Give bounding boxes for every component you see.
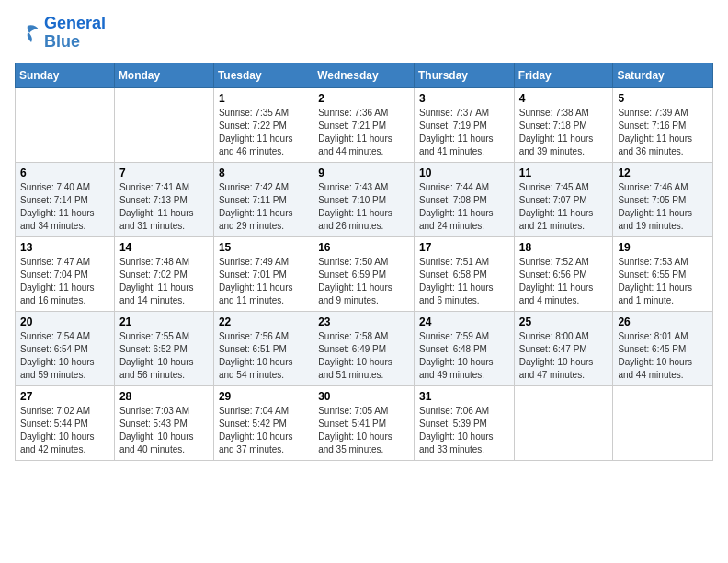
day-cell: 20Sunrise: 7:54 AM Sunset: 6:54 PM Dayli… bbox=[16, 311, 115, 385]
day-info: Sunrise: 7:51 AM Sunset: 6:58 PM Dayligh… bbox=[419, 256, 509, 307]
day-number: 8 bbox=[219, 167, 308, 179]
calendar-table: SundayMondayTuesdayWednesdayThursdayFrid… bbox=[15, 63, 713, 461]
day-info: Sunrise: 7:48 AM Sunset: 7:02 PM Dayligh… bbox=[119, 256, 209, 307]
day-cell: 19Sunrise: 7:53 AM Sunset: 6:55 PM Dayli… bbox=[613, 236, 713, 311]
week-row-5: 27Sunrise: 7:02 AM Sunset: 5:44 PM Dayli… bbox=[16, 385, 713, 460]
header-cell-sunday: Sunday bbox=[16, 63, 115, 87]
day-info: Sunrise: 7:45 AM Sunset: 7:07 PM Dayligh… bbox=[519, 181, 609, 233]
day-info: Sunrise: 7:04 AM Sunset: 5:42 PM Dayligh… bbox=[219, 405, 308, 456]
day-cell bbox=[114, 87, 213, 162]
day-info: Sunrise: 7:06 AM Sunset: 5:39 PM Dayligh… bbox=[419, 405, 509, 456]
day-info: Sunrise: 7:56 AM Sunset: 6:51 PM Dayligh… bbox=[219, 330, 308, 382]
day-number: 18 bbox=[519, 241, 609, 254]
header-cell-thursday: Thursday bbox=[414, 63, 514, 87]
header-cell-monday: Monday bbox=[114, 63, 213, 87]
day-cell: 4Sunrise: 7:38 AM Sunset: 7:18 PM Daylig… bbox=[514, 87, 613, 162]
day-cell: 2Sunrise: 7:36 AM Sunset: 7:21 PM Daylig… bbox=[313, 87, 415, 162]
day-info: Sunrise: 7:03 AM Sunset: 5:43 PM Dayligh… bbox=[119, 405, 209, 456]
day-cell: 30Sunrise: 7:05 AM Sunset: 5:41 PM Dayli… bbox=[313, 385, 415, 460]
day-number: 28 bbox=[119, 390, 209, 403]
day-info: Sunrise: 7:49 AM Sunset: 7:01 PM Dayligh… bbox=[219, 256, 308, 307]
day-info: Sunrise: 7:02 AM Sunset: 5:44 PM Dayligh… bbox=[20, 405, 109, 456]
day-info: Sunrise: 7:35 AM Sunset: 7:22 PM Dayligh… bbox=[219, 107, 308, 158]
day-cell: 11Sunrise: 7:45 AM Sunset: 7:07 PM Dayli… bbox=[514, 162, 613, 236]
day-cell: 8Sunrise: 7:42 AM Sunset: 7:11 PM Daylig… bbox=[213, 162, 313, 236]
day-cell: 29Sunrise: 7:04 AM Sunset: 5:42 PM Dayli… bbox=[213, 385, 313, 460]
day-cell bbox=[16, 87, 115, 162]
day-number: 4 bbox=[519, 92, 609, 105]
day-number: 22 bbox=[219, 316, 308, 328]
day-number: 5 bbox=[618, 92, 708, 105]
day-number: 7 bbox=[119, 167, 209, 179]
day-number: 9 bbox=[318, 167, 409, 179]
day-info: Sunrise: 7:59 AM Sunset: 6:48 PM Dayligh… bbox=[419, 330, 509, 382]
day-info: Sunrise: 7:40 AM Sunset: 7:14 PM Dayligh… bbox=[20, 181, 109, 233]
day-number: 14 bbox=[119, 241, 209, 254]
header-cell-saturday: Saturday bbox=[613, 63, 713, 87]
day-cell: 23Sunrise: 7:58 AM Sunset: 6:49 PM Dayli… bbox=[313, 311, 415, 385]
day-info: Sunrise: 7:50 AM Sunset: 6:59 PM Dayligh… bbox=[318, 256, 409, 307]
header-cell-tuesday: Tuesday bbox=[213, 63, 313, 87]
day-number: 13 bbox=[20, 241, 109, 254]
header-row: SundayMondayTuesdayWednesdayThursdayFrid… bbox=[16, 63, 713, 87]
day-cell: 27Sunrise: 7:02 AM Sunset: 5:44 PM Dayli… bbox=[16, 385, 115, 460]
day-cell: 5Sunrise: 7:39 AM Sunset: 7:16 PM Daylig… bbox=[613, 87, 713, 162]
day-cell: 22Sunrise: 7:56 AM Sunset: 6:51 PM Dayli… bbox=[213, 311, 313, 385]
day-number: 20 bbox=[20, 316, 109, 328]
week-row-3: 13Sunrise: 7:47 AM Sunset: 7:04 PM Dayli… bbox=[16, 236, 713, 311]
day-number: 2 bbox=[318, 92, 409, 105]
day-info: Sunrise: 7:46 AM Sunset: 7:05 PM Dayligh… bbox=[618, 181, 708, 233]
day-number: 19 bbox=[618, 241, 708, 254]
day-cell: 9Sunrise: 7:43 AM Sunset: 7:10 PM Daylig… bbox=[313, 162, 415, 236]
day-info: Sunrise: 7:41 AM Sunset: 7:13 PM Dayligh… bbox=[119, 181, 209, 233]
day-cell: 18Sunrise: 7:52 AM Sunset: 6:56 PM Dayli… bbox=[514, 236, 613, 311]
day-cell bbox=[514, 385, 613, 460]
week-row-4: 20Sunrise: 7:54 AM Sunset: 6:54 PM Dayli… bbox=[16, 311, 713, 385]
day-info: Sunrise: 7:53 AM Sunset: 6:55 PM Dayligh… bbox=[618, 256, 708, 307]
day-cell: 17Sunrise: 7:51 AM Sunset: 6:58 PM Dayli… bbox=[414, 236, 514, 311]
day-cell: 15Sunrise: 7:49 AM Sunset: 7:01 PM Dayli… bbox=[213, 236, 313, 311]
day-cell bbox=[613, 385, 713, 460]
day-info: Sunrise: 7:55 AM Sunset: 6:52 PM Dayligh… bbox=[119, 330, 209, 382]
header-cell-wednesday: Wednesday bbox=[313, 63, 415, 87]
day-info: Sunrise: 7:38 AM Sunset: 7:18 PM Dayligh… bbox=[519, 107, 609, 158]
day-number: 25 bbox=[519, 316, 609, 328]
day-cell: 1Sunrise: 7:35 AM Sunset: 7:22 PM Daylig… bbox=[213, 87, 313, 162]
logo-icon bbox=[15, 22, 40, 44]
day-cell: 21Sunrise: 7:55 AM Sunset: 6:52 PM Dayli… bbox=[114, 311, 213, 385]
day-cell: 26Sunrise: 8:01 AM Sunset: 6:45 PM Dayli… bbox=[613, 311, 713, 385]
day-number: 6 bbox=[20, 167, 109, 179]
day-number: 27 bbox=[20, 390, 109, 403]
day-number: 21 bbox=[119, 316, 209, 328]
day-number: 11 bbox=[519, 167, 609, 179]
day-cell: 28Sunrise: 7:03 AM Sunset: 5:43 PM Dayli… bbox=[114, 385, 213, 460]
day-number: 16 bbox=[318, 241, 409, 254]
day-info: Sunrise: 7:47 AM Sunset: 7:04 PM Dayligh… bbox=[20, 256, 109, 307]
day-number: 1 bbox=[219, 92, 308, 105]
day-cell: 10Sunrise: 7:44 AM Sunset: 7:08 PM Dayli… bbox=[414, 162, 514, 236]
header-cell-friday: Friday bbox=[514, 63, 613, 87]
day-number: 10 bbox=[419, 167, 509, 179]
day-number: 23 bbox=[318, 316, 409, 328]
day-number: 12 bbox=[618, 167, 708, 179]
day-number: 31 bbox=[419, 390, 509, 403]
day-info: Sunrise: 7:43 AM Sunset: 7:10 PM Dayligh… bbox=[318, 181, 409, 233]
day-number: 15 bbox=[219, 241, 308, 254]
logo-text: General Blue bbox=[44, 15, 106, 52]
day-number: 3 bbox=[419, 92, 509, 105]
day-cell: 13Sunrise: 7:47 AM Sunset: 7:04 PM Dayli… bbox=[16, 236, 115, 311]
day-info: Sunrise: 8:00 AM Sunset: 6:47 PM Dayligh… bbox=[519, 330, 609, 382]
day-info: Sunrise: 7:44 AM Sunset: 7:08 PM Dayligh… bbox=[419, 181, 509, 233]
week-row-2: 6Sunrise: 7:40 AM Sunset: 7:14 PM Daylig… bbox=[16, 162, 713, 236]
day-info: Sunrise: 7:05 AM Sunset: 5:41 PM Dayligh… bbox=[318, 405, 409, 456]
day-cell: 14Sunrise: 7:48 AM Sunset: 7:02 PM Dayli… bbox=[114, 236, 213, 311]
calendar-body: 1Sunrise: 7:35 AM Sunset: 7:22 PM Daylig… bbox=[16, 87, 713, 460]
day-info: Sunrise: 7:37 AM Sunset: 7:19 PM Dayligh… bbox=[419, 107, 509, 158]
day-cell: 3Sunrise: 7:37 AM Sunset: 7:19 PM Daylig… bbox=[414, 87, 514, 162]
day-cell: 16Sunrise: 7:50 AM Sunset: 6:59 PM Dayli… bbox=[313, 236, 415, 311]
day-cell: 25Sunrise: 8:00 AM Sunset: 6:47 PM Dayli… bbox=[514, 311, 613, 385]
day-cell: 7Sunrise: 7:41 AM Sunset: 7:13 PM Daylig… bbox=[114, 162, 213, 236]
day-info: Sunrise: 7:39 AM Sunset: 7:16 PM Dayligh… bbox=[618, 107, 708, 158]
day-info: Sunrise: 7:58 AM Sunset: 6:49 PM Dayligh… bbox=[318, 330, 409, 382]
page-header: General Blue bbox=[15, 15, 713, 52]
